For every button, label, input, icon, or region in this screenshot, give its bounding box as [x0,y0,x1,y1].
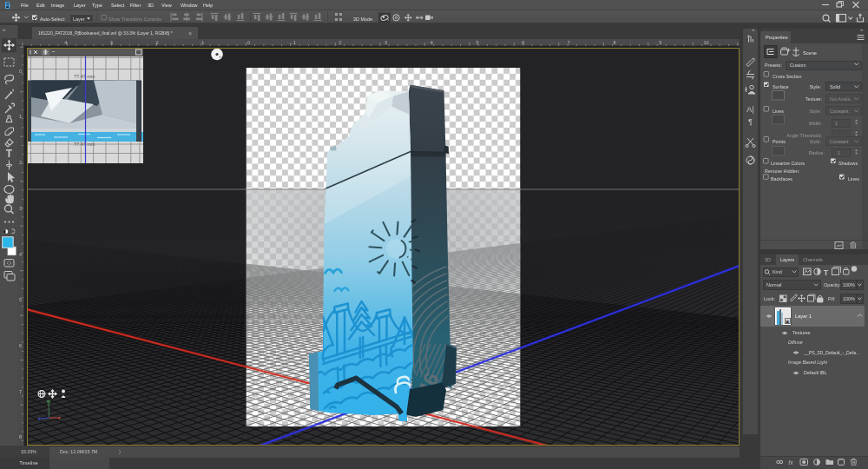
svg-text:77.47 mm: 77.47 mm [74,74,95,79]
svg-text:77.47 mm: 77.47 mm [74,142,95,147]
